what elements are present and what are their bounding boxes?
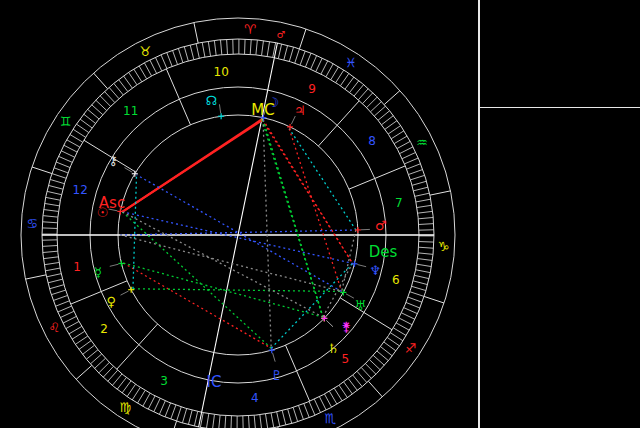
- degree-tick: [400, 147, 413, 154]
- aspect-line-square: [123, 263, 271, 348]
- degree-tick: [288, 409, 292, 423]
- degree-tick: [404, 158, 418, 164]
- chiron-glyph-icon: ⚷: [109, 153, 119, 168]
- degree-tick: [178, 48, 183, 62]
- degree-tick: [44, 210, 59, 212]
- degree-tick: [108, 370, 118, 381]
- axis-label-asc: Asc: [99, 194, 125, 212]
- degree-tick: [345, 77, 354, 89]
- degree-tick: [137, 390, 145, 403]
- degree-tick: [42, 222, 57, 223]
- sign-cusp-line: [26, 275, 47, 279]
- degree-tick: [58, 156, 72, 162]
- juno-glyph-icon: ⚵: [342, 319, 352, 334]
- degree-tick: [394, 136, 407, 144]
- sign-cancer-icon: ♋: [27, 216, 39, 231]
- aspect-line-trine: [262, 119, 323, 317]
- sign-cusp-line: [32, 167, 52, 174]
- degree-tick: [262, 41, 264, 56]
- degree-tick: [60, 311, 74, 317]
- degree-tick: [105, 91, 115, 102]
- node-glyph-icon: ☊: [206, 93, 218, 108]
- degree-tick: [54, 168, 68, 173]
- degree-tick: [155, 57, 161, 71]
- degree-tick: [86, 350, 98, 360]
- degree-tick: [182, 409, 186, 423]
- degree-tick: [231, 416, 232, 428]
- degree-tick: [378, 111, 390, 121]
- degree-tick: [188, 410, 192, 425]
- degree-tick: [329, 391, 337, 404]
- pluto-glyph-icon: ♇: [271, 368, 283, 383]
- degree-tick: [278, 44, 281, 59]
- degree-tick: [124, 76, 133, 88]
- degree-tick: [305, 53, 311, 67]
- degree-tick: [350, 81, 359, 93]
- degree-tick: [70, 134, 83, 142]
- degree-tick: [416, 270, 431, 273]
- degree-tick: [64, 145, 77, 152]
- degree-tick: [408, 297, 422, 302]
- degree-tick: [214, 40, 216, 55]
- aspect-line-trine: [122, 212, 271, 348]
- sign-cusp-line: [170, 421, 177, 428]
- degree-tick: [409, 169, 423, 174]
- degree-tick: [267, 42, 269, 57]
- degree-tick: [382, 116, 394, 125]
- sign-aries-icon: ♈: [244, 22, 256, 37]
- degree-tick: [47, 274, 62, 277]
- degree-tick: [260, 415, 262, 428]
- aspect-line-square: [289, 129, 341, 292]
- degree-tick: [84, 114, 96, 123]
- degree-tick: [227, 39, 228, 54]
- degree-tick: [284, 45, 288, 60]
- degree-tick: [419, 224, 434, 225]
- degree-tick: [119, 80, 128, 92]
- degree-tick: [219, 415, 220, 428]
- degree-tick: [103, 366, 113, 377]
- degree-tick: [50, 179, 64, 183]
- sign-cusp-line: [368, 381, 382, 397]
- degree-tick: [404, 308, 418, 314]
- degree-tick: [66, 321, 79, 328]
- degree-tick: [45, 268, 60, 271]
- degree-tick: [289, 47, 293, 61]
- degree-tick: [387, 337, 399, 345]
- degree-tick: [391, 131, 404, 139]
- astrolog-app-window: { "app": {"title": "Astrolog 5.41G"}, "h…: [0, 0, 640, 428]
- sign-aquarius-icon: ♒: [416, 135, 428, 150]
- degree-tick: [340, 73, 348, 85]
- degree-tick: [406, 302, 420, 308]
- degree-tick: [213, 414, 215, 428]
- degree-tick: [295, 49, 300, 63]
- degree-tick: [311, 55, 317, 69]
- degree-tick: [293, 407, 298, 421]
- degree-tick: [206, 414, 208, 428]
- house-cusp-line: [318, 101, 359, 146]
- degree-tick: [161, 55, 167, 69]
- house-number-7: 7: [395, 196, 403, 210]
- degree-tick: [354, 85, 364, 97]
- house-cusp-line: [166, 69, 190, 125]
- juno-pointer-line: [326, 320, 332, 326]
- degree-tick: [43, 257, 58, 259]
- degree-tick: [44, 262, 59, 264]
- outer-red-marker-glyph: ♂: [277, 29, 286, 40]
- sign-cusp-line: [299, 29, 306, 49]
- degree-tick: [100, 96, 111, 107]
- neptune-glyph-icon: ♆: [369, 263, 381, 278]
- degree-tick: [47, 191, 62, 194]
- degree-tick: [109, 87, 119, 98]
- degree-tick: [390, 333, 403, 341]
- degree-tick: [344, 382, 353, 394]
- degree-tick: [99, 362, 110, 373]
- saturn-glyph-icon: ♄: [327, 341, 339, 356]
- degree-tick: [46, 197, 61, 200]
- degree-tick: [67, 140, 80, 147]
- degree-tick: [194, 411, 197, 426]
- degree-tick: [172, 50, 177, 64]
- degree-tick: [190, 45, 194, 60]
- degree-tick: [419, 247, 434, 248]
- degree-tick: [254, 415, 255, 428]
- degree-tick: [48, 279, 63, 283]
